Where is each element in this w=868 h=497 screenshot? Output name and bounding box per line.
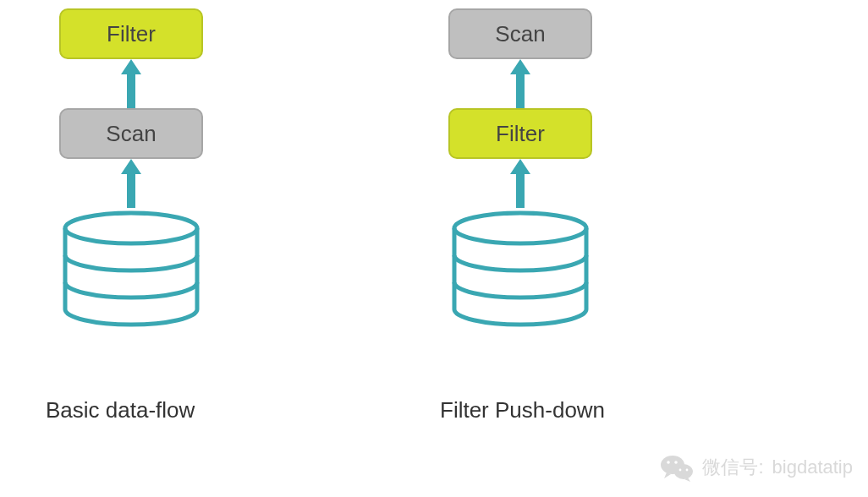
database-icon (448, 210, 592, 328)
watermark-prefix: 微信号: (702, 455, 763, 480)
operator-label: Filter (107, 21, 156, 47)
wechat-icon (660, 453, 694, 482)
operator-box-filter: Filter (59, 8, 203, 59)
svg-marker-3 (510, 59, 530, 108)
svg-point-10 (667, 461, 671, 464)
caption-right: Filter Push-down (440, 397, 605, 423)
svg-point-5 (454, 213, 586, 243)
arrow-up-icon (121, 159, 141, 208)
svg-marker-1 (121, 159, 141, 208)
arrow-up-icon (510, 59, 530, 108)
svg-point-11 (675, 461, 678, 464)
svg-marker-4 (510, 159, 530, 208)
arrow-up-icon (510, 159, 530, 208)
diagram-canvas: Filter Scan (0, 0, 868, 497)
operator-box-scan: Scan (59, 108, 203, 159)
operator-label: Scan (495, 21, 545, 47)
caption-left: Basic data-flow (46, 397, 195, 423)
svg-point-13 (686, 469, 689, 472)
watermark: 微信号: bigdatatip (660, 453, 853, 482)
watermark-account: bigdatatip (772, 456, 853, 478)
svg-marker-0 (121, 59, 141, 108)
diagram-left-column: Filter Scan (59, 8, 203, 328)
diagram-right-column: Scan Filter (448, 8, 592, 328)
operator-label: Scan (106, 121, 156, 147)
svg-point-12 (679, 469, 682, 472)
arrow-up-icon (121, 59, 141, 108)
operator-box-scan: Scan (448, 8, 592, 59)
database-icon (59, 210, 203, 328)
operator-box-filter: Filter (448, 108, 592, 159)
svg-point-2 (65, 213, 197, 243)
operator-label: Filter (496, 121, 545, 147)
svg-point-7 (674, 464, 693, 479)
